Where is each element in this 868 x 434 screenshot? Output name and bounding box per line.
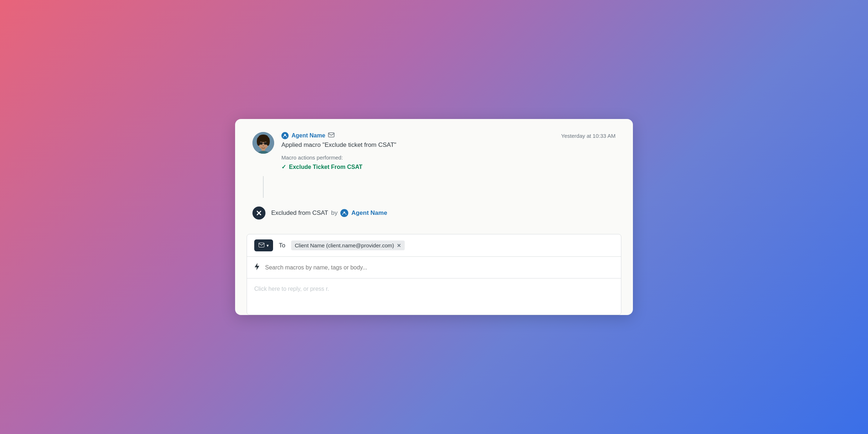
svg-point-13 [263, 145, 264, 146]
timeline-divider-wrap [235, 176, 633, 198]
activity-item: Agent Name Yesterday at 10:33 AM Applied… [252, 132, 616, 170]
email-channel-button[interactable]: ▾ [254, 239, 273, 251]
avatar [252, 132, 274, 154]
excluded-row: Excluded from CSAT by Agent Name [235, 198, 633, 228]
macro-action-name: Exclude Ticket From CSAT [289, 164, 362, 170]
activity-header: Agent Name Yesterday at 10:33 AM [281, 132, 616, 139]
svg-rect-15 [328, 133, 334, 137]
check-icon: ✓ [281, 163, 286, 170]
svg-rect-10 [259, 142, 263, 145]
compose-macro-row [247, 257, 621, 278]
activity-content: Agent Name Yesterday at 10:33 AM Applied… [281, 132, 616, 170]
excluded-agent-name: Agent Name [351, 209, 387, 217]
excluded-text: Excluded from CSAT by Agent Name [271, 209, 387, 217]
agent-info: Agent Name [281, 132, 335, 139]
macro-action-item: ✓ Exclude Ticket From CSAT [281, 163, 616, 170]
reply-placeholder: Click here to reply, or press r. [254, 286, 329, 292]
activity-description: Applied macro "Exclude ticket from CSAT" [281, 141, 616, 149]
svg-point-7 [259, 135, 268, 140]
main-card: Agent Name Yesterday at 10:33 AM Applied… [235, 119, 633, 315]
macro-search-input[interactable] [265, 264, 614, 271]
dropdown-arrow-icon: ▾ [267, 243, 269, 248]
x-badge [252, 207, 265, 220]
recipient-name: Client Name (client.name@provider.com) [295, 242, 394, 248]
macro-actions-label: Macro actions performed: [281, 154, 616, 161]
mail-icon [328, 132, 335, 139]
to-label: To [279, 242, 285, 249]
compose-body-row[interactable]: Click here to reply, or press r. [247, 278, 621, 315]
bolt-icon [254, 263, 260, 272]
chip-remove-button[interactable]: ✕ [397, 243, 401, 248]
timeline-line [263, 176, 264, 198]
activity-section: Agent Name Yesterday at 10:33 AM Applied… [235, 119, 633, 170]
compose-to-row: ▾ To Client Name (client.name@provider.c… [247, 234, 621, 257]
excluded-label: Excluded from CSAT [271, 209, 328, 217]
timestamp: Yesterday at 10:33 AM [561, 133, 616, 139]
agent-circle-icon [281, 132, 289, 139]
email-icon [259, 242, 264, 248]
agent-inline-icon [340, 209, 348, 217]
svg-rect-11 [264, 142, 267, 145]
recipient-chip: Client Name (client.name@provider.com) ✕ [291, 241, 405, 250]
agent-name: Agent Name [292, 132, 325, 139]
compose-area: ▾ To Client Name (client.name@provider.c… [247, 234, 621, 315]
by-label: by [331, 209, 337, 217]
